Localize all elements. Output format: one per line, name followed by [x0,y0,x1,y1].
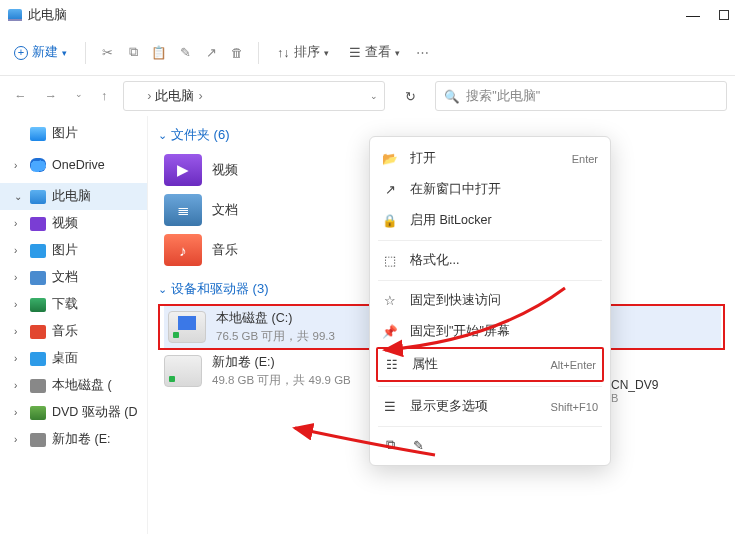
view-button[interactable]: ☰ 查看 ▾ [343,40,406,65]
disk-c-icon [168,311,206,343]
devices-group-label: 设备和驱动器 (3) [171,280,269,298]
ctx-open-new-window[interactable]: ↗ 在新窗口中打开 [370,174,610,205]
tile-dvd-partial[interactable]: CN_DV9 B [611,378,658,404]
share-icon[interactable]: ↗ [202,44,220,62]
ctx-label: 固定到快速访问 [410,292,598,309]
address-location: 此电脑 [155,88,194,105]
sidebar-item-downloads[interactable]: › 下载 [0,291,147,318]
sort-label: 排序 [294,44,320,61]
this-pc-icon [8,9,22,21]
delete-icon[interactable]: 🗑 [228,44,246,62]
ctx-pin-start[interactable]: 📌 固定到"开始"屏幕 [370,316,610,347]
ctx-separator [378,386,602,387]
search-box[interactable]: 🔍 搜索"此电脑" [435,81,727,111]
ctx-properties[interactable]: ☷ 属性 Alt+Enter [378,349,602,380]
music-folder-icon: ♪ [164,234,202,266]
address-sep2: › [198,89,202,103]
navigation-pane: › 图片 › OneDrive ⌄ 此电脑 › 视频 › 图片 › 文档 › 下… [0,116,148,534]
window-title: 此电脑 [28,7,67,24]
sidebar-item-label: 此电脑 [52,188,91,205]
sidebar-item-videos[interactable]: › 视频 [0,210,147,237]
nav-up-button[interactable]: ↑ [101,89,107,103]
ctx-separator [378,240,602,241]
music-icon [30,325,46,339]
tile-label: 音乐 [212,242,238,259]
tile-label: 文档 [212,202,238,219]
sidebar-item-desktop[interactable]: › 桌面 [0,345,147,372]
view-icon: ☰ [349,45,361,60]
lock-icon: 🔒 [382,213,398,229]
refresh-button[interactable]: ↻ [395,81,425,111]
new-button-label: 新建 [32,44,58,61]
sidebar-item-pictures[interactable]: › 图片 [0,120,147,147]
ctx-label: 显示更多选项 [410,398,539,415]
address-bar[interactable]: › 此电脑 › ⌄ [123,81,385,111]
format-icon: ⬚ [382,253,398,269]
properties-icon: ☷ [384,357,400,373]
ctx-separator [378,280,602,281]
pin-icon: 📌 [382,324,398,340]
sidebar-item-local-disk[interactable]: › 本地磁盘 ( [0,372,147,399]
title-bar: 此电脑 — [0,0,735,30]
nav-forward-button[interactable]: → [45,89,58,103]
copy-icon[interactable]: ⧉ [382,437,398,453]
new-window-icon: ↗ [382,182,398,198]
address-dropdown-icon[interactable]: ⌄ [370,91,378,101]
ctx-label: 在新窗口中打开 [410,181,598,198]
window-maximize-button[interactable] [719,10,729,20]
paste-icon[interactable]: 📋 [150,44,168,62]
nav-bar: ← → ⌄ ↑ › 此电脑 › ⌄ ↻ 🔍 搜索"此电脑" [0,76,735,116]
disk-icon [30,379,46,393]
copy-icon[interactable]: ⧉ [124,44,142,62]
onedrive-icon [30,158,46,172]
sidebar-item-this-pc[interactable]: ⌄ 此电脑 [0,183,147,210]
ctx-label: 固定到"开始"屏幕 [410,323,598,340]
sidebar-item-onedrive[interactable]: › OneDrive [0,153,147,177]
new-button[interactable]: + 新建 ▾ [8,40,73,65]
ctx-open[interactable]: 📂 打开 Enter [370,143,610,174]
video-icon [30,217,46,231]
cut-icon[interactable]: ✂ [98,44,116,62]
plus-icon: + [14,46,28,60]
star-icon: ☆ [382,293,398,309]
sidebar-item-label: 文档 [52,269,78,286]
sidebar-item-label: 新加卷 (E: [52,431,110,448]
downloads-icon [30,298,46,312]
drive-sub: 76.5 GB 可用，共 99.3 [216,329,335,344]
ctx-separator [378,426,602,427]
pictures-icon [30,244,46,258]
ctx-label: 打开 [410,150,560,167]
sidebar-item-documents[interactable]: › 文档 [0,264,147,291]
dvd-sub: B [611,392,658,404]
context-menu: 📂 打开 Enter ↗ 在新窗口中打开 🔒 启用 BitLocker ⬚ 格式… [369,136,611,466]
ctx-pin-quick[interactable]: ☆ 固定到快速访问 [370,285,610,316]
nav-recent-button[interactable]: ⌄ [75,89,83,103]
window-minimize-button[interactable]: — [687,9,699,21]
ctx-label: 启用 BitLocker [410,212,598,229]
sidebar-item-volume-e[interactable]: › 新加卷 (E: [0,426,147,453]
rename-icon[interactable]: ✎ [410,437,426,453]
ctx-format[interactable]: ⬚ 格式化... [370,245,610,276]
pictures-icon [30,127,46,141]
sidebar-item-label: 图片 [52,125,78,142]
disk-e-icon [164,355,202,387]
address-icon [130,91,143,102]
sidebar-item-pictures-2[interactable]: › 图片 [0,237,147,264]
sort-button[interactable]: ↑↓ 排序 ▾ [271,40,335,65]
nav-back-button[interactable]: ← [14,89,27,103]
ctx-show-more[interactable]: ☰ 显示更多选项 Shift+F10 [370,391,610,422]
sidebar-item-music[interactable]: › 音乐 [0,318,147,345]
more-icon[interactable]: ⋯ [414,44,432,62]
tile-label: 视频 [212,162,238,179]
sidebar-item-label: 视频 [52,215,78,232]
ctx-bitlocker[interactable]: 🔒 启用 BitLocker [370,205,610,236]
sidebar-item-label: 桌面 [52,350,78,367]
annotation-highlight-properties: ☷ 属性 Alt+Enter [376,347,604,382]
more-options-icon: ☰ [382,399,398,415]
sidebar-item-dvd[interactable]: › DVD 驱动器 (D [0,399,147,426]
dvd-icon [30,406,46,420]
disk-icon [30,433,46,447]
sidebar-item-label: 本地磁盘 ( [52,377,112,394]
rename-icon[interactable]: ✎ [176,44,194,62]
command-bar: + 新建 ▾ ✂ ⧉ 📋 ✎ ↗ 🗑 ↑↓ 排序 ▾ ☰ 查看 ▾ ⋯ [0,30,735,76]
